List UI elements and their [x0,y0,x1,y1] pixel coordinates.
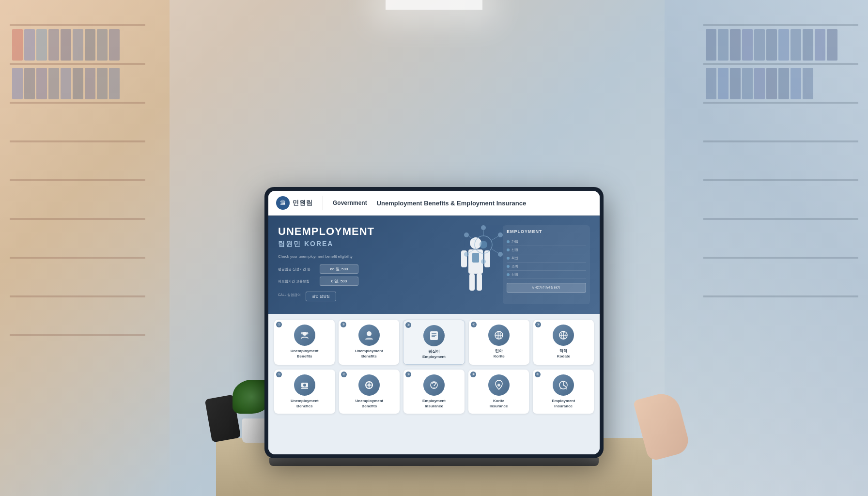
svg-rect-61 [477,274,482,291]
svg-rect-9 [12,29,23,61]
svg-line-75 [469,236,475,240]
card-badge-2-1: ① [276,372,282,377]
svg-rect-16 [97,29,108,61]
svg-rect-26 [109,68,120,99]
svg-rect-52 [778,68,789,99]
icon-card-2-3[interactable]: ③ EmploymentInsurance [403,370,465,414]
card-badge-2-3: ③ [405,372,411,377]
icon-card-2-1[interactable]: ① UnemploymentBenefics [274,370,335,414]
svg-point-64 [481,225,486,230]
svg-rect-37 [730,29,741,61]
svg-rect-5 [10,218,145,220]
apply-button[interactable]: 실업 담당팀 [306,292,336,301]
nav-item-government[interactable]: Government [333,200,367,206]
form-row-btn: CALL 실업급여 실업 담당팀 [278,289,449,301]
card-icon-1-2 [358,325,380,346]
card-badge-2-5: ⑤ [535,372,541,377]
svg-line-72 [492,249,498,253]
svg-point-66 [498,252,503,257]
panel-item-3[interactable]: 확인 [507,254,586,263]
svg-rect-40 [766,29,777,61]
icon-card-1-2[interactable]: ② UnemploymentBenefits [339,320,399,365]
svg-rect-22 [61,68,71,99]
svg-rect-51 [766,68,777,99]
card-label-2-5: EmploymentInsurance [552,399,575,409]
svg-point-69 [464,232,469,237]
svg-point-67 [481,259,486,264]
logo-icon: 🏛 [276,196,290,210]
svg-rect-43 [803,29,813,61]
svg-point-102 [434,387,434,388]
svg-rect-6 [10,257,145,259]
icon-card-1-3[interactable]: ③ 림실이Employment [403,320,465,365]
card-icon-2-4 [488,374,510,396]
panel-item-5[interactable]: 신청 [507,271,586,279]
svg-rect-28 [703,63,858,65]
card-icon-1-5 [553,325,574,346]
icon-card-2-4[interactable]: ④ KoriteInsurance [468,370,529,414]
svg-rect-36 [718,29,728,61]
svg-rect-42 [790,29,801,61]
form-label-1: 평균임금 산정기간 등 [278,267,317,272]
form-value-2[interactable]: 0 일, 500 [320,277,358,286]
svg-point-65 [498,232,503,237]
card-label-2-4: KoriteInsurance [490,399,508,409]
icon-card-2-5[interactable]: ⑤ EmploymentInsurance [533,370,594,414]
header: 🏛 민원림 Government Unemployment Benefits &… [268,191,600,216]
shelves-left-svg [10,24,145,363]
card-icon-1-3 [423,325,445,346]
svg-rect-11 [36,29,47,61]
ceiling-light [386,0,482,10]
tablet: 🏛 민원림 Government Unemployment Benefits &… [264,187,604,458]
svg-rect-3 [10,140,145,142]
svg-rect-35 [706,29,716,61]
laptop-base [269,458,599,466]
svg-rect-20 [36,68,47,99]
panel-button[interactable]: 바로가기/신청하기 [507,283,586,293]
logo-text: 민원림 [293,199,313,207]
svg-rect-0 [10,24,145,26]
form-row-2: 피보험기간 고용보험 0 일, 500 [278,277,449,286]
card-badge-1-3: ③ [405,322,411,328]
tablet-wrapper: 🏛 민원림 Government Unemployment Benefits &… [264,187,604,458]
panel-list: 가입 신청 확인 조회 신청 [507,238,586,279]
icon-card-1-5[interactable]: ⑤ 럭럭Kodate [533,320,594,365]
icon-card-2-2[interactable]: ② UnemploymentBenefits [339,370,400,414]
svg-rect-46 [706,68,716,99]
card-badge-1-5: ⑤ [535,322,541,327]
svg-line-71 [492,236,498,240]
svg-rect-19 [24,68,35,99]
panel-item-1[interactable]: 가입 [507,238,586,246]
form-row-1: 평균임금 산정기간 등 66 일, 500 [278,264,449,274]
svg-rect-2 [10,102,145,104]
svg-rect-53 [790,68,801,99]
card-badge-2-4: ④ [470,372,476,377]
panel-dot-4 [507,265,510,268]
svg-line-74 [469,249,475,253]
icons-row-1: ① UnemploymentBenefits ② UnemploymentBen… [274,320,594,365]
svg-rect-31 [703,179,858,181]
panel-dot-2 [507,248,510,251]
panel-item-2[interactable]: 신청 [507,246,586,254]
svg-rect-21 [48,68,59,99]
icon-card-1-4[interactable]: ④ 린아Korite [469,320,529,365]
panel-dot-3 [507,257,510,260]
card-label-1-5: 럭럭Kodate [557,349,570,359]
card-badge-1-2: ② [341,322,346,327]
svg-rect-29 [703,102,858,104]
svg-rect-15 [85,29,95,61]
hero-right-panel: EMPLOYMENT 가입 신청 확인 조회 신청 바로가기/신청하기 [503,225,590,304]
panel-dot-5 [507,273,510,276]
panel-item-4[interactable]: 조회 [507,263,586,271]
svg-rect-41 [778,29,789,61]
svg-point-79 [367,331,372,336]
nav-title: Unemployment Benefits & Employment Insur… [377,200,526,207]
header-logo: 🏛 민원림 [276,196,313,210]
svg-point-63 [480,241,487,248]
icon-card-1-1[interactable]: ① UnemploymentBenefits [274,320,335,365]
svg-rect-39 [754,29,765,61]
icons-row-2: ① UnemploymentBenefics ② UnemploymentBen… [274,370,594,414]
svg-rect-60 [469,274,475,291]
svg-rect-17 [109,29,120,61]
form-value-1[interactable]: 66 일, 500 [320,264,358,274]
